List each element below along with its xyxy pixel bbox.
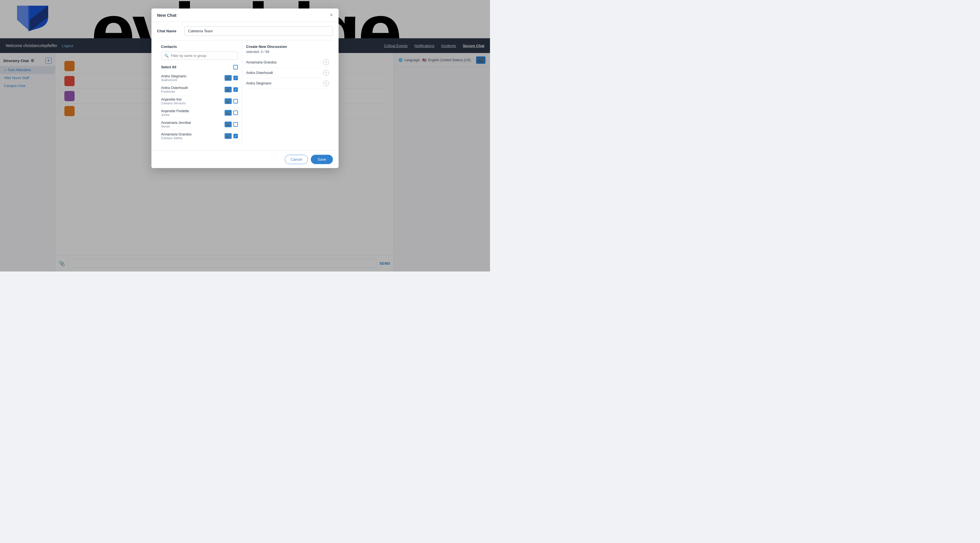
- contact-name: Anitra Stegmann: [161, 74, 224, 78]
- contact-actions: 📹: [224, 98, 238, 104]
- selected-tag-anitra-stegmann: Anitra Stegmann ×: [246, 78, 329, 89]
- contact-role: Junior: [161, 113, 224, 116]
- contact-info-annamaria-grandos: Annamaria Grandos Campus Safety: [161, 132, 224, 140]
- contact-role: Campus Safety: [161, 136, 224, 140]
- contact-checkbox-anjanette-ker[interactable]: [233, 99, 238, 103]
- video-icon[interactable]: 📹: [224, 98, 232, 104]
- selected-count: selected: 3 / 99: [246, 50, 329, 54]
- modal-title: New Chat: [157, 13, 177, 17]
- search-box: 🔍: [161, 52, 238, 60]
- contacts-column: Contacts 🔍 Select All: [157, 41, 242, 146]
- contact-actions: 📹: [224, 133, 238, 139]
- select-all-label: Select All: [161, 65, 177, 69]
- selected-name: Annamaria Grandos: [246, 60, 277, 64]
- video-icon[interactable]: 📹: [224, 122, 232, 127]
- remove-anitra-stegmann-button[interactable]: ×: [323, 81, 329, 86]
- contact-role: Senior: [161, 125, 224, 128]
- contact-info-anitra-stegmann: Anitra Stegmann Sophomore: [161, 74, 224, 82]
- contact-item-anjanette-fredette: Anjanette Fredette Junior 📹: [161, 107, 238, 119]
- contact-role: Sophomore: [161, 78, 224, 82]
- contact-checkbox-anitra-osterhoudt[interactable]: [233, 87, 238, 92]
- modal-header: New Chat ×: [151, 8, 339, 22]
- contact-name: Annamaria Jevnikar: [161, 121, 224, 125]
- contact-item-anjanette-ker: Anjanette Ker Campus Services 📹: [161, 95, 238, 107]
- remove-anitra-osterhoudt-button[interactable]: ×: [323, 70, 329, 76]
- contact-checkbox-annamaria-jevnikar[interactable]: [233, 122, 238, 127]
- contact-item-annamaria-grandos: Annamaria Grandos Campus Safety 📹: [161, 130, 238, 142]
- chat-name-row: Chat Name: [157, 26, 333, 36]
- modal-body: Chat Name Contacts 🔍 Select All: [151, 22, 339, 151]
- modal-overlay: New Chat × Chat Name Contacts 🔍: [0, 0, 490, 272]
- contact-checkbox-anjanette-fredette[interactable]: [233, 111, 238, 115]
- contact-name: Annamaria Grandos: [161, 132, 224, 136]
- search-icon: 🔍: [164, 54, 169, 58]
- contact-actions: 📹: [224, 87, 238, 92]
- contact-checkbox-annamaria-grandos[interactable]: [233, 134, 238, 138]
- modal-footer: Cancel Save: [151, 151, 339, 168]
- contact-name: Anjanette Ker: [161, 97, 224, 102]
- video-icon[interactable]: 📹: [224, 87, 232, 92]
- contact-info-anjanette-fredette: Anjanette Fredette Junior: [161, 109, 224, 116]
- contact-item-annamaria-jevnikar: Annamaria Jevnikar Senior 📹: [161, 119, 238, 130]
- modal-columns: Contacts 🔍 Select All: [157, 40, 333, 146]
- contacts-title: Contacts: [161, 44, 238, 49]
- discussion-column: Create New Discussion selected: 3 / 99 A…: [242, 41, 333, 146]
- selected-tag-anitra-osterhoudt: Anitra Osterhoudt ×: [246, 68, 329, 78]
- new-chat-modal: New Chat × Chat Name Contacts 🔍: [151, 8, 339, 168]
- contact-role: Freshman: [161, 90, 224, 93]
- contact-role: Campus Services: [161, 102, 224, 105]
- video-icon[interactable]: 📹: [224, 133, 232, 139]
- contact-name: Anjanette Fredette: [161, 109, 224, 113]
- discussion-title: Create New Discussion: [246, 44, 329, 49]
- contact-item-anitra-stegmann: Anitra Stegmann Sophomore 📹: [161, 72, 238, 84]
- contact-list: Anitra Stegmann Sophomore 📹 Anitra: [161, 72, 238, 142]
- selected-tag-annamaria-grandos: Annamaria Grandos ×: [246, 57, 329, 68]
- selected-name: Anitra Osterhoudt: [246, 71, 273, 75]
- contact-checkbox-anitra-stegmann[interactable]: [233, 76, 238, 80]
- contact-search-input[interactable]: [171, 54, 235, 58]
- contact-info-anitra-osterhoudt: Anitra Osterhoudt Freshman: [161, 86, 224, 93]
- video-icon[interactable]: 📹: [224, 110, 232, 116]
- contact-actions: 📹: [224, 75, 238, 81]
- contact-name: Anitra Osterhoudt: [161, 86, 224, 90]
- contact-item-anitra-osterhoudt: Anitra Osterhoudt Freshman 📹: [161, 84, 238, 95]
- modal-close-button[interactable]: ×: [330, 13, 333, 17]
- video-icon[interactable]: 📹: [224, 75, 232, 81]
- selected-name: Anitra Stegmann: [246, 81, 271, 85]
- chat-name-label: Chat Name: [157, 29, 180, 33]
- cancel-button[interactable]: Cancel: [285, 155, 308, 164]
- chat-name-input[interactable]: [184, 26, 333, 36]
- select-all-checkbox[interactable]: [233, 65, 238, 70]
- contact-actions: 📹: [224, 122, 238, 127]
- contact-info-anjanette-ker: Anjanette Ker Campus Services: [161, 97, 224, 105]
- contact-actions: 📹: [224, 110, 238, 116]
- save-button[interactable]: Save: [311, 155, 333, 164]
- remove-annamaria-grandos-button[interactable]: ×: [323, 60, 329, 65]
- select-all-row: Select All: [161, 63, 238, 71]
- contact-info-annamaria-jevnikar: Annamaria Jevnikar Senior: [161, 121, 224, 128]
